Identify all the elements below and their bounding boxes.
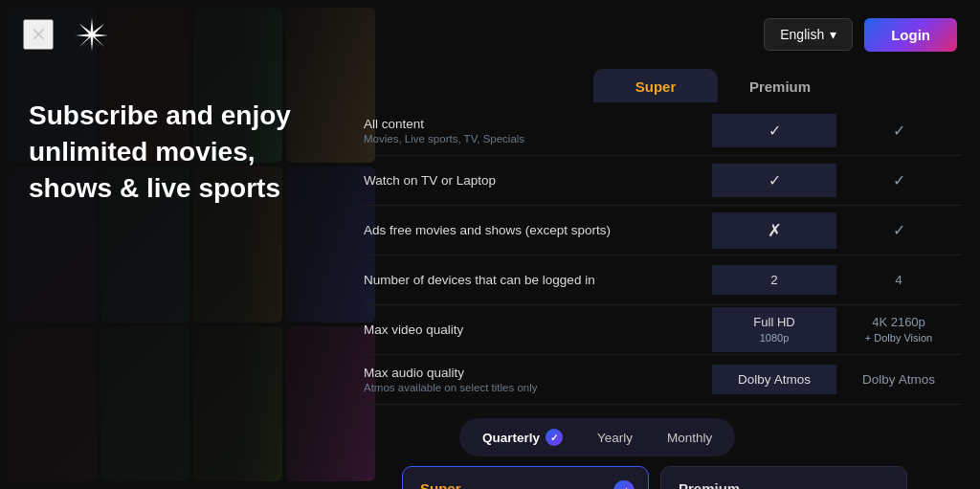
billing-yearly[interactable]: Yearly	[580, 424, 650, 452]
main-content: Subscribe and enjoy unlimited movies, sh…	[0, 69, 980, 489]
feature-row: Number of devices that can be logged in2…	[364, 256, 961, 305]
feature-name: Watch on TV or Laptop	[364, 173, 712, 188]
premium-column-header: Premium	[718, 69, 842, 102]
super-plan-card[interactable]: ✓ Super ₹299/3Months	[402, 466, 649, 489]
feature-name: Ads free movies and shows (except sports…	[364, 223, 712, 237]
feature-label: Ads free movies and shows (except sports…	[364, 215, 712, 245]
billing-quarterly[interactable]: Quarterly ✓	[465, 422, 580, 453]
language-button[interactable]: English ▾	[764, 18, 853, 51]
feature-label: Max video quality	[364, 315, 712, 345]
feature-row: Watch on TV or Laptop✓✓	[364, 156, 961, 206]
feature-name: Number of devices that can be logged in	[364, 273, 712, 287]
super-feature-value: Full HD1080p	[712, 307, 836, 352]
language-label: English	[780, 27, 824, 42]
super-feature-value: ✓	[712, 164, 836, 197]
feature-label: Max audio qualityAtmos available on sele…	[364, 358, 712, 401]
super-feature-value: ✗	[712, 212, 836, 249]
premium-val-line2: + Dolby Vision	[836, 331, 961, 345]
login-button[interactable]: Login	[864, 18, 957, 52]
premium-feature-value: ✓	[836, 164, 961, 197]
feature-label: All contentMovies, Live sports, TV, Spec…	[364, 109, 712, 152]
feature-row: Max video qualityFull HD1080p4K 2160p+ D…	[364, 305, 961, 355]
feature-name: Max video quality	[364, 322, 712, 337]
premium-feature-value: Dolby Atmos	[836, 365, 961, 394]
close-button[interactable]: ✕	[23, 19, 54, 50]
feature-row: All contentMovies, Live sports, TV, Spec…	[364, 106, 961, 156]
quarterly-label: Quarterly	[482, 431, 540, 445]
premium-feature-value: ✓	[836, 213, 961, 247]
premium-plan-name: Premium	[679, 480, 889, 489]
premium-val-line1: 4K 2160p	[836, 315, 961, 331]
feature-sub: Atmos available on select titles only	[364, 382, 712, 393]
feature-label: Number of devices that can be logged in	[364, 265, 712, 295]
billing-toggle: Quarterly ✓ Yearly Monthly	[459, 418, 735, 456]
premium-plan-card[interactable]: Premium ₹499/3Months	[660, 466, 907, 489]
hero-section: Subscribe and enjoy unlimited movies, sh…	[0, 69, 364, 489]
comparison-section: Super Premium All contentMovies, Live sp…	[364, 69, 980, 489]
premium-feature-value: 4K 2160p+ Dolby Vision	[836, 307, 961, 352]
header: ✕ English ▾ Login	[0, 0, 980, 69]
plan-cards: ✓ Super ₹299/3Months Premium ₹499/3Month…	[402, 466, 961, 489]
feature-row: Max audio qualityAtmos available on sele…	[364, 355, 961, 405]
super-column-header: Super	[593, 69, 718, 102]
logo	[73, 15, 111, 54]
super-feature-value: 2	[712, 265, 836, 295]
billing-monthly[interactable]: Monthly	[650, 424, 729, 452]
feature-sub: Movies, Live sports, TV, Specials	[364, 133, 712, 144]
super-plan-name: Super	[420, 480, 631, 489]
feature-table: All contentMovies, Live sports, TV, Spec…	[364, 106, 961, 405]
yearly-label: Yearly	[597, 431, 633, 445]
column-headers: Super Premium	[593, 69, 961, 102]
selected-indicator: ✓	[613, 480, 635, 489]
super-val-line1: Full HD	[712, 315, 836, 331]
premium-feature-value: ✓	[836, 114, 961, 147]
super-val-line2: 1080p	[712, 331, 836, 345]
quarterly-check-icon: ✓	[546, 429, 563, 446]
super-feature-value: ✓	[712, 114, 836, 147]
chevron-down-icon: ▾	[830, 27, 836, 42]
premium-feature-value: 4	[836, 265, 961, 295]
hero-title: Subscribe and enjoy unlimited movies, sh…	[29, 98, 335, 206]
header-left: ✕	[23, 15, 111, 54]
feature-name: Max audio quality	[364, 366, 712, 380]
logo-icon	[74, 16, 110, 53]
header-right: English ▾ Login	[764, 18, 957, 52]
monthly-label: Monthly	[667, 431, 712, 445]
feature-row: Ads free movies and shows (except sports…	[364, 206, 961, 256]
super-feature-value: Dolby Atmos	[712, 365, 836, 394]
feature-label: Watch on TV or Laptop	[364, 166, 712, 195]
feature-name: All content	[364, 117, 712, 131]
